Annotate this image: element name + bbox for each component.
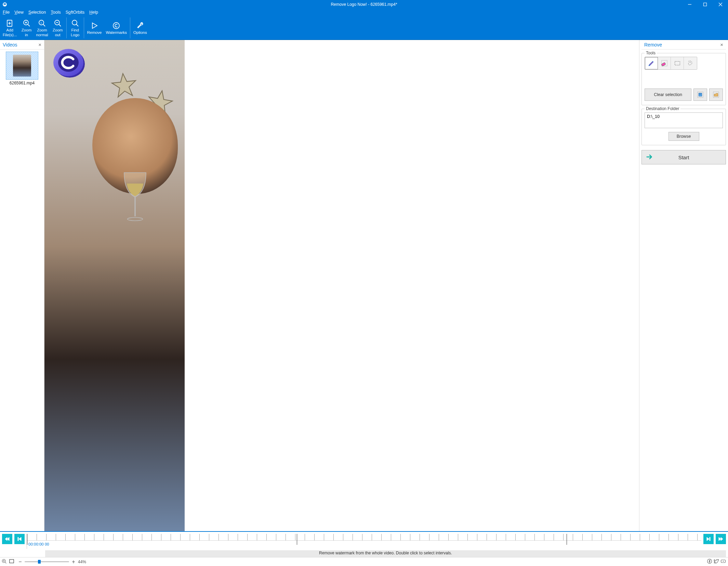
app-icon [2,1,8,8]
timecode: 00:00:00 00 [28,542,49,546]
tools-fieldset: Tools Clear selection [641,53,726,105]
find-logo-button[interactable]: Find Logo [68,16,83,40]
title-bar: Remove Logo Now! - 6265961.mp4* [0,0,728,9]
svg-line-19 [76,24,78,26]
zoom-plus-icon[interactable]: + [71,559,76,565]
svg-marker-20 [92,23,97,28]
svg-rect-40 [10,560,14,563]
menu-view[interactable]: View [14,10,24,15]
start-arrow-icon [646,153,653,161]
save-selection-button[interactable] [693,89,707,101]
minimize-button[interactable] [682,0,697,9]
svg-line-16 [59,24,61,26]
start-button[interactable]: Start [641,150,726,164]
close-button[interactable] [713,0,728,9]
zoom-out-button[interactable]: Zoom out [50,16,65,40]
skip-forward-button[interactable] [716,534,726,544]
video-thumbnail [6,52,38,80]
videos-panel-title: Videos [3,42,38,48]
clear-selection-button[interactable]: Clear selection [645,89,691,101]
destination-legend: Destination Folder [645,106,680,111]
zoom-in-icon [23,18,31,28]
timeline-track[interactable]: 00:00:00 00 [27,534,701,549]
menu-softorbits[interactable]: SoftOrbits [66,10,85,15]
svg-rect-41 [10,559,13,563]
menu-selection[interactable]: Selection [28,10,46,15]
svg-marker-25 [111,72,137,98]
zoom-slider-track[interactable] [25,561,69,562]
toolbar: Add File(s)... Zoom in 1 Zoom normal Zoo… [0,16,728,40]
preview-area[interactable] [44,40,639,531]
step-back-button[interactable] [14,534,25,544]
wine-glass [121,170,149,225]
svg-rect-34 [18,537,18,541]
svg-rect-2 [703,3,706,6]
find-logo-icon [71,18,79,28]
load-selection-button[interactable] [709,89,723,101]
headband-star [110,71,138,100]
window-title: Remove Logo Now! - 6265961.mp4* [331,2,397,7]
facebook-icon[interactable] [707,558,712,565]
start-label: Start [678,154,689,160]
video-preview [44,40,185,531]
menu-file[interactable]: File [3,10,10,15]
remove-panel: Remove × Tools Clear selection Destinati… [639,40,728,531]
freehand-select-tool[interactable] [684,57,697,69]
destination-folder-input[interactable] [645,112,723,128]
remove-button[interactable]: Remove [85,16,104,40]
videos-panel-close[interactable]: × [38,42,41,48]
video-filename: 6265961.mp4 [2,81,42,85]
svg-marker-44 [723,561,724,562]
svg-text:1: 1 [40,21,42,24]
zoom-out-icon [54,18,62,28]
youtube-icon[interactable] [720,558,726,565]
step-forward-button[interactable] [703,534,714,544]
svg-point-21 [113,23,119,29]
svg-line-13 [43,24,45,26]
maximize-button[interactable] [697,0,713,9]
svg-line-9 [28,24,30,26]
svg-rect-35 [710,537,710,541]
menu-bar: File View Selection Tools SoftOrbits Hel… [0,9,728,16]
browse-button[interactable]: Browse [669,132,699,141]
tools-legend: Tools [645,51,657,55]
watermark-copyright-logo [52,46,86,80]
rectangle-select-tool[interactable] [671,57,684,69]
destination-fieldset: Destination Folder Browse [641,109,726,145]
svg-rect-29 [661,63,666,66]
menu-help[interactable]: Help [89,10,98,15]
timeline-hint: Remove watermark from the whole video. D… [45,550,726,557]
svg-point-18 [72,20,77,25]
svg-point-28 [128,217,143,221]
options-button[interactable]: Options [131,16,149,40]
svg-line-37 [5,562,6,563]
videos-panel: Videos × 6265961.mp4 [0,40,44,531]
copyright-icon [112,21,120,30]
zoom-normal-button[interactable]: 1 Zoom normal [34,16,50,40]
eraser-tool[interactable] [658,57,671,69]
watermarks-button[interactable]: Watermarks [104,16,129,40]
play-icon [90,21,98,30]
zoom-slider[interactable]: − + [18,559,76,565]
marker-tool[interactable] [645,57,658,69]
svg-rect-31 [675,62,680,65]
menu-tools[interactable]: Tools [51,10,61,15]
zoom-minus-icon[interactable]: − [18,559,23,565]
add-file-icon [6,18,14,28]
fit-screen-icon[interactable] [9,558,14,565]
status-bar: − + 44% [0,557,728,566]
wrench-icon [136,21,144,30]
fit-zoom-icon[interactable] [1,558,7,565]
video-item[interactable]: 6265961.mp4 [2,52,42,85]
zoom-in-button[interactable]: Zoom in [19,16,34,40]
skip-back-button[interactable] [2,534,12,544]
twitter-icon[interactable] [714,558,719,565]
timeline: 00:00:00 00 Remove watermark from the wh… [0,531,728,557]
add-files-button[interactable]: Add File(s)... [1,16,19,40]
zoom-percentage: 44% [78,560,86,564]
remove-panel-close[interactable]: × [720,42,723,48]
remove-panel-title: Remove [644,42,720,48]
zoom-normal-icon: 1 [38,18,46,28]
